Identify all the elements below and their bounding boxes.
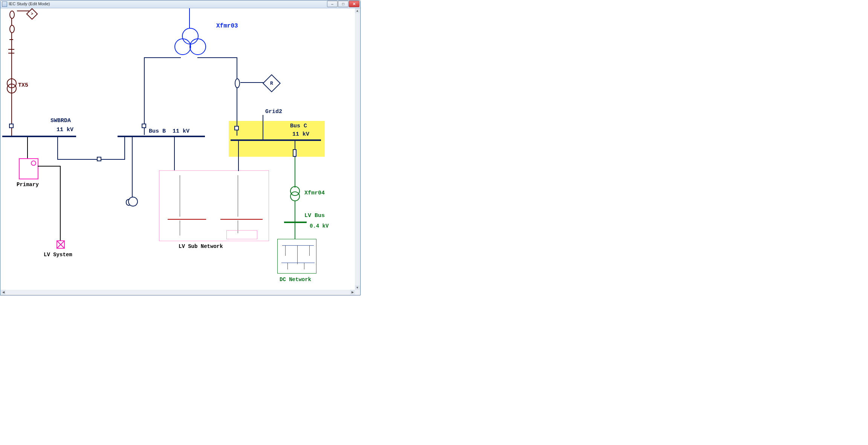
label-swbrda: SWBRDA xyxy=(50,118,71,124)
wire-xfmr03-to-busc-h xyxy=(197,57,237,58)
wire-primary-to-lvsys xyxy=(60,166,61,241)
busbar-busc[interactable] xyxy=(231,139,321,141)
wire-busb-lvsub xyxy=(174,137,175,170)
minimize-icon: – xyxy=(331,2,333,6)
label-lv-bus: LV Bus xyxy=(304,213,325,219)
label-primary: Primary xyxy=(17,182,39,188)
wire-xfmr03-to-busc-v xyxy=(237,57,237,136)
label-grid2: Grid2 xyxy=(265,109,282,115)
label-busb-kv: 11 kV xyxy=(173,128,189,135)
label-lv-bus-kv: 0.4 kV xyxy=(310,223,329,229)
window-buttons: – □ ✕ xyxy=(327,1,359,7)
wire-xfmr03-primary xyxy=(189,8,190,29)
wire-tie-vertical-b xyxy=(124,137,125,160)
vertical-scrollbar[interactable]: ▲ ▼ xyxy=(355,8,360,290)
diagram-canvas[interactable]: > TX5 SWBRDA 11 kV Bus B 11 kV xyxy=(1,8,355,290)
selection-highlight-busc xyxy=(229,121,325,157)
primary-dot-icon xyxy=(31,161,36,166)
wire-to-xfmr04 xyxy=(295,158,295,188)
label-busc-kv: 11 kV xyxy=(292,131,309,138)
protection-relay-glyph: > xyxy=(31,12,33,16)
switch-xfmr03-busb[interactable] xyxy=(142,124,146,128)
wire-tie-vertical-a xyxy=(57,137,58,160)
wire-busb-motor xyxy=(132,137,133,198)
close-icon: ✕ xyxy=(353,2,356,6)
label-busc: Bus C xyxy=(290,123,307,129)
busbar-swbrda[interactable] xyxy=(2,136,76,137)
wire-busc-lvsub xyxy=(238,141,239,171)
minimize-button[interactable]: – xyxy=(327,1,338,7)
switch-xfmr03-busc[interactable] xyxy=(234,126,239,130)
wire-tie-horizontal xyxy=(57,159,125,160)
protection-relay-diamond[interactable]: > xyxy=(26,8,38,20)
scroll-up-icon[interactable]: ▲ xyxy=(355,8,360,13)
busbar-lv[interactable] xyxy=(284,222,307,223)
scroll-corner xyxy=(355,290,360,295)
maximize-button[interactable]: □ xyxy=(338,1,348,7)
busbar-busb[interactable] xyxy=(118,136,205,137)
app-icon xyxy=(2,2,7,7)
relay-letter: R xyxy=(270,81,273,86)
wire-primary-h xyxy=(38,166,60,167)
wire-lvbus-to-dc xyxy=(295,223,295,240)
label-tx5: TX5 xyxy=(18,82,28,89)
ct-oval-top[interactable] xyxy=(9,11,15,19)
scroll-left-icon[interactable]: ◀ xyxy=(1,290,6,295)
switch-tx5-out[interactable] xyxy=(9,124,14,128)
composite-primary[interactable] xyxy=(19,158,38,179)
label-lv-system: LV System xyxy=(44,252,72,258)
wire-swbrda-primary xyxy=(27,137,28,160)
label-xfmr04: Xfmr04 xyxy=(304,190,325,196)
label-busb: Bus B xyxy=(149,128,166,135)
titlebar[interactable]: IEC Study (Edit Mode) – □ ✕ xyxy=(0,0,360,8)
fuse-arrester-pair[interactable] xyxy=(8,49,14,50)
relay-r[interactable]: R xyxy=(263,74,281,92)
one-line-diagram[interactable]: > TX5 SWBRDA 11 kV Bus B 11 kV xyxy=(1,8,355,290)
maximize-icon: □ xyxy=(342,2,344,6)
wire-xfmr03-to-busb-h xyxy=(144,57,181,58)
label-lv-subnet: LV Sub Network xyxy=(179,243,223,249)
fuse-gap[interactable] xyxy=(9,39,13,40)
scroll-right-icon[interactable]: ▶ xyxy=(350,290,355,295)
ct-oval-2[interactable] xyxy=(9,25,15,33)
ct-oval-relay[interactable] xyxy=(235,78,240,88)
wire-xfmr04-to-lvbus xyxy=(295,200,295,222)
window-title: IEC Study (Edit Mode) xyxy=(9,2,50,6)
label-dc-network: DC Network xyxy=(280,277,311,283)
composite-lv-system[interactable] xyxy=(57,240,65,249)
tie-switch[interactable] xyxy=(97,157,101,161)
subnet-dc[interactable] xyxy=(277,239,316,274)
ct-lead xyxy=(17,11,30,11)
subnet-lv[interactable] xyxy=(159,170,269,241)
transformer-xfmr03[interactable] xyxy=(172,28,206,58)
motor-load[interactable] xyxy=(128,197,138,206)
fuse-arrester-pair2[interactable] xyxy=(8,53,14,54)
horizontal-scrollbar[interactable]: ◀ ▶ xyxy=(1,289,355,295)
close-button[interactable]: ✕ xyxy=(349,1,359,7)
label-swbrda-kv: 11 kV xyxy=(57,127,73,133)
window-frame: IEC Study (Edit Mode) – □ ✕ ▲ ▼ ◀ ▶ xyxy=(0,0,361,295)
label-xfmr03: Xfmr03 xyxy=(216,23,238,29)
transformer-tx5[interactable] xyxy=(7,78,16,93)
fuse-busc-feeder[interactable] xyxy=(293,149,296,157)
transformer-xfmr04[interactable] xyxy=(290,186,299,201)
wire-grid2-incomer xyxy=(263,115,263,139)
